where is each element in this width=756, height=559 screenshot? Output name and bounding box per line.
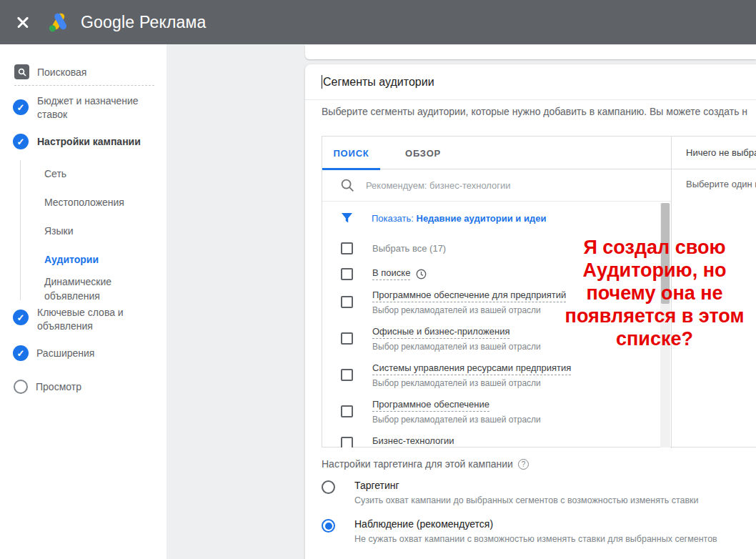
- sidebar-item-label: Местоположения: [44, 197, 124, 208]
- item-subtitle: Выбор рекламодателей из вашей отрасли: [372, 415, 541, 425]
- item-title[interactable]: Бизнес-технологии: [372, 435, 454, 447]
- help-icon[interactable]: ?: [518, 459, 529, 470]
- list-item: Программное обеспечение Выбор рекламодат…: [341, 397, 660, 425]
- sidebar-item-campaign-settings[interactable]: ✓ Настройки кампании: [13, 134, 141, 149]
- previous-card-fragment: [305, 45, 756, 59]
- step-complete-icon: ✓: [13, 99, 29, 115]
- sidebar-connector-line: [20, 160, 21, 300]
- sidebar-item-label: Настройки кампании: [37, 136, 141, 149]
- filter-value[interactable]: Недавние аудитории и идеи: [417, 213, 547, 224]
- card-title: Сегменты аудитории: [323, 76, 434, 89]
- item-title[interactable]: Системы управления ресурсами предприятия: [372, 362, 571, 375]
- text-caret: [322, 75, 322, 89]
- sidebar-item-label: Бюджет и назначение ставок: [37, 94, 150, 122]
- step-complete-icon: ✓: [13, 310, 29, 325]
- item-checkbox[interactable]: [341, 332, 353, 345]
- targeting-option-row: Таргетинг Сузить охват кампании до выбра…: [322, 480, 699, 505]
- app-bar: Google Реклама: [0, 0, 756, 44]
- sidebar-item-budget[interactable]: ✓ Бюджет и назначение ставок: [13, 94, 150, 122]
- select-all-label: Выбрать все (17): [372, 243, 446, 254]
- item-title[interactable]: Программное обеспечение для предприятий: [372, 290, 566, 302]
- sidebar-divider: [14, 85, 154, 86]
- item-checkbox[interactable]: [341, 405, 353, 417]
- list-item: Бизнес-технологии: [341, 434, 660, 447]
- item-checkbox[interactable]: [341, 369, 353, 381]
- app-title: Google Реклама: [81, 13, 207, 32]
- observation-option-row: Наблюдение (рекомендуется) Не сужать охв…: [322, 518, 717, 544]
- tabs: ПОИСК ОБЗОР: [322, 137, 671, 169]
- sidebar-item-dynamic-ads[interactable]: Динамические объявления: [44, 274, 137, 303]
- radio-label: Наблюдение (рекомендуется): [354, 518, 717, 530]
- sidebar-item-label: Языки: [44, 225, 74, 237]
- sidebar-item-label: Расширения: [36, 347, 94, 359]
- selection-summary-hint: Выберите один и: [672, 169, 756, 189]
- in-search-checkbox[interactable]: [341, 268, 353, 280]
- tab-label: ОБЗОР: [405, 148, 441, 159]
- tab-browse[interactable]: ОБЗОР: [391, 137, 455, 169]
- list-item: Системы управления ресурсами предприятия…: [341, 361, 660, 388]
- radio-description: Сузить охват кампании до выбранных сегме…: [354, 495, 699, 505]
- item-subtitle: Выбор рекламодателей из вашей отрасли: [372, 305, 566, 315]
- step-complete-icon: ✓: [13, 345, 29, 361]
- sidebar-item-languages[interactable]: Языки: [44, 224, 74, 237]
- filter-prefix: Показать:: [372, 213, 417, 224]
- step-complete-icon: ✓: [13, 134, 29, 149]
- observation-radio[interactable]: [322, 519, 335, 533]
- sidebar-item-locations[interactable]: Местоположения: [44, 196, 124, 209]
- tab-label: ПОИСК: [333, 148, 369, 159]
- search-type-icon: [14, 64, 29, 79]
- sidebar-item-keywords[interactable]: ✓ Ключевые слова и объявления: [13, 306, 150, 333]
- sidebar-item-review[interactable]: Просмотр: [14, 380, 81, 394]
- search-icon: [341, 179, 354, 192]
- item-subtitle: Выбор рекламодателей из вашей отрасли: [372, 378, 571, 388]
- sidebar-item-label: Ключевые слова и объявления: [37, 306, 150, 333]
- sidebar-item-extensions[interactable]: ✓ Расширения: [13, 345, 94, 361]
- sidebar-item-label: Поисковая: [37, 66, 86, 78]
- item-checkbox[interactable]: [341, 296, 353, 308]
- sidebar-item-network[interactable]: Сеть: [44, 167, 66, 180]
- sidebar-item-label: Динамические объявления: [44, 276, 111, 302]
- targeting-settings-label: Настройки таргетинга для этой кампании ?: [322, 458, 529, 470]
- filter-label: Показать: Недавние аудитории и идеи: [372, 213, 546, 224]
- sidebar-item-label: Сеть: [44, 168, 66, 179]
- close-icon[interactable]: [15, 14, 31, 30]
- sidebar: Поисковая ✓ Бюджет и назначение ставок ✓…: [0, 44, 166, 559]
- search-input[interactable]: [366, 180, 623, 191]
- card-divider: [305, 99, 756, 100]
- sidebar-item-label: Просмотр: [36, 381, 81, 392]
- sidebar-item-label: Аудитории: [44, 254, 99, 265]
- item-title[interactable]: Офисные и бизнес-приложения: [372, 326, 509, 339]
- selection-summary-header: Ничего не выбра: [672, 137, 756, 169]
- item-checkbox[interactable]: [341, 437, 353, 448]
- clock-icon: [416, 269, 427, 280]
- filter-icon: [341, 212, 353, 224]
- select-all-checkbox[interactable]: [341, 242, 353, 254]
- card-subtitle: Выберите сегменты аудитории, которые нуж…: [322, 106, 747, 117]
- targeting-radio[interactable]: [322, 480, 335, 494]
- filter-row[interactable]: Показать: Недавние аудитории и идеи: [341, 208, 660, 228]
- google-ads-logo-icon: [46, 11, 71, 33]
- tab-search[interactable]: ПОИСК: [322, 137, 380, 169]
- step-incomplete-icon: [14, 380, 28, 394]
- radio-label: Таргетинг: [354, 480, 699, 491]
- targeting-settings-text: Настройки таргетинга для этой кампании: [322, 458, 513, 470]
- item-title[interactable]: Программное обеспечение: [372, 399, 489, 412]
- search-row: [322, 170, 671, 202]
- in-search-label[interactable]: В поиске: [372, 267, 410, 280]
- item-subtitle: Выбор рекламодателей из вашей отрасли: [372, 342, 541, 352]
- sidebar-item-audiences[interactable]: Аудитории: [44, 253, 99, 266]
- sidebar-item-campaign-type[interactable]: Поисковая: [14, 64, 86, 79]
- annotation-text: Я создал свою Аудиторию, но почему она н…: [552, 236, 756, 350]
- radio-description: Не сужать охват кампании с возможностью …: [354, 534, 717, 544]
